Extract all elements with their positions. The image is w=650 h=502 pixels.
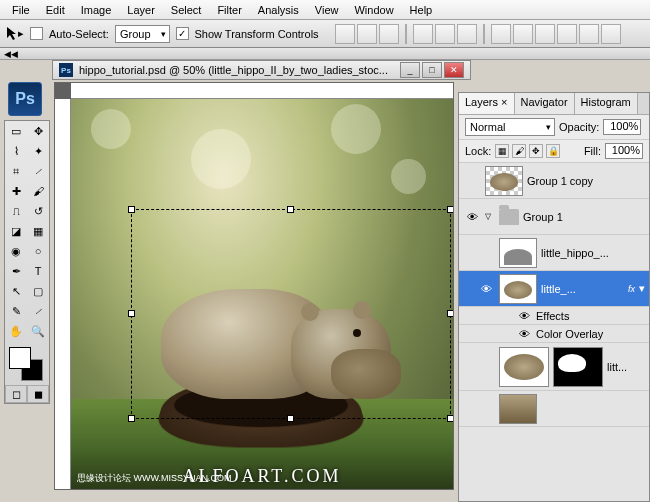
lock-transparency-icon[interactable]: ▦ — [495, 144, 509, 158]
visibility-toggle[interactable] — [477, 358, 495, 376]
transform-handle-n[interactable] — [287, 206, 294, 213]
lasso-tool-icon[interactable]: ⌇ — [5, 141, 27, 161]
tab-navigator[interactable]: Navigator — [515, 93, 575, 114]
layer-name[interactable]: little_... — [541, 283, 624, 295]
align-right-icon[interactable] — [457, 24, 477, 44]
menu-edit[interactable]: Edit — [38, 2, 73, 18]
shape-tool-icon[interactable]: ▢ — [27, 281, 49, 301]
history-brush-icon[interactable]: ↺ — [27, 201, 49, 221]
zoom-tool-icon[interactable]: 🔍 — [27, 321, 49, 341]
gradient-tool-icon[interactable]: ▦ — [27, 221, 49, 241]
pen-tool-icon[interactable]: ✒ — [5, 261, 27, 281]
chevron-down-icon[interactable]: ▾ — [639, 282, 645, 295]
auto-select-checkbox[interactable] — [30, 27, 43, 40]
transform-handle-s[interactable] — [287, 415, 294, 422]
distribute-top-icon[interactable] — [491, 24, 511, 44]
lock-pixels-icon[interactable]: 🖌 — [512, 144, 526, 158]
eraser-tool-icon[interactable]: ◪ — [5, 221, 27, 241]
standard-mode-icon[interactable]: ◻ — [5, 385, 27, 403]
move-tool-icon[interactable]: ▸ — [6, 25, 24, 43]
blur-tool-icon[interactable]: ◉ — [5, 241, 27, 261]
layer-mask-thumbnail[interactable] — [553, 347, 603, 387]
slice-tool-icon[interactable]: ⟋ — [27, 161, 49, 181]
color-swatches[interactable] — [5, 345, 49, 385]
foreground-color-swatch[interactable] — [9, 347, 31, 369]
opacity-input[interactable]: 100% — [603, 119, 641, 135]
window-minimize-button[interactable]: _ — [400, 62, 420, 78]
move-tool-icon[interactable]: ✥ — [27, 121, 49, 141]
type-tool-icon[interactable]: T — [27, 261, 49, 281]
layer-thumbnail[interactable] — [499, 394, 537, 424]
dodge-tool-icon[interactable]: ○ — [27, 241, 49, 261]
visibility-toggle[interactable] — [477, 244, 495, 262]
layer-thumbnail[interactable] — [499, 238, 537, 268]
eyedropper-tool-icon[interactable]: ⟋ — [27, 301, 49, 321]
distribute-hcenter-icon[interactable] — [579, 24, 599, 44]
visibility-toggle[interactable]: 👁 — [463, 208, 481, 226]
ruler-horizontal[interactable] — [71, 83, 453, 99]
blend-mode-dropdown[interactable]: Normal — [465, 118, 555, 136]
layer-thumbnail[interactable] — [485, 166, 523, 196]
menu-view[interactable]: View — [307, 2, 347, 18]
canvas[interactable]: ALFOART.COM 思缘设计论坛 WWW.MISSYUAN.COM — [71, 99, 453, 489]
visibility-toggle[interactable]: 👁 — [519, 328, 530, 340]
show-transform-checkbox[interactable]: ✓ — [176, 27, 189, 40]
heal-tool-icon[interactable]: ✚ — [5, 181, 27, 201]
layer-thumbnail[interactable] — [499, 274, 537, 304]
visibility-toggle[interactable]: 👁 — [477, 280, 495, 298]
menu-window[interactable]: Window — [346, 2, 401, 18]
transform-handle-w[interactable] — [128, 310, 135, 317]
quickmask-mode-icon[interactable]: ◼ — [27, 385, 49, 403]
distribute-left-icon[interactable] — [557, 24, 577, 44]
menu-help[interactable]: Help — [402, 2, 441, 18]
dock-handle[interactable]: ◀◀ — [0, 48, 650, 60]
layer-row[interactable]: 👁 ▽ Group 1 — [459, 199, 649, 235]
folder-toggle[interactable]: ▽ — [485, 212, 495, 221]
document-tab[interactable]: Ps hippo_tutorial.psd @ 50% (little_hipp… — [52, 60, 471, 80]
layer-row[interactable]: Group 1 copy — [459, 163, 649, 199]
marquee-tool-icon[interactable]: ▭ — [5, 121, 27, 141]
layer-thumbnail[interactable] — [499, 347, 549, 387]
menu-layer[interactable]: Layer — [119, 2, 163, 18]
menu-file[interactable]: File — [4, 2, 38, 18]
tab-layers[interactable]: Layers × — [459, 93, 515, 114]
layer-name[interactable]: Group 1 copy — [527, 175, 645, 187]
align-left-icon[interactable] — [413, 24, 433, 44]
effects-row[interactable]: 👁 Effects — [459, 307, 649, 325]
lock-all-icon[interactable]: 🔒 — [546, 144, 560, 158]
stamp-tool-icon[interactable]: ⎍ — [5, 201, 27, 221]
distribute-vcenter-icon[interactable] — [513, 24, 533, 44]
layer-name[interactable]: litt... — [607, 361, 645, 373]
notes-tool-icon[interactable]: ✎ — [5, 301, 27, 321]
crop-tool-icon[interactable]: ⌗ — [5, 161, 27, 181]
menu-analysis[interactable]: Analysis — [250, 2, 307, 18]
layer-row-selected[interactable]: 👁 little_... fx ▾ — [459, 271, 649, 307]
visibility-toggle[interactable] — [477, 400, 495, 418]
layer-name[interactable]: little_hippo_... — [541, 247, 645, 259]
fx-indicator[interactable]: fx — [628, 284, 635, 294]
transform-handle-nw[interactable] — [128, 206, 135, 213]
hand-tool-icon[interactable]: ✋ — [5, 321, 27, 341]
align-hcenter-icon[interactable] — [435, 24, 455, 44]
distribute-right-icon[interactable] — [601, 24, 621, 44]
transform-handle-sw[interactable] — [128, 415, 135, 422]
path-tool-icon[interactable]: ↖ — [5, 281, 27, 301]
ruler-vertical[interactable] — [55, 99, 71, 489]
fill-input[interactable]: 100% — [605, 143, 643, 159]
lock-position-icon[interactable]: ✥ — [529, 144, 543, 158]
window-maximize-button[interactable]: □ — [422, 62, 442, 78]
transform-handle-e[interactable] — [447, 310, 453, 317]
wand-tool-icon[interactable]: ✦ — [27, 141, 49, 161]
distribute-bottom-icon[interactable] — [535, 24, 555, 44]
transform-handle-ne[interactable] — [447, 206, 453, 213]
layer-row[interactable]: litt... — [459, 343, 649, 391]
layer-row[interactable] — [459, 391, 649, 427]
menu-image[interactable]: Image — [73, 2, 120, 18]
effect-color-overlay[interactable]: 👁 Color Overlay — [459, 325, 649, 343]
brush-tool-icon[interactable]: 🖌 — [27, 181, 49, 201]
transform-handle-se[interactable] — [447, 415, 453, 422]
window-close-button[interactable]: ✕ — [444, 62, 464, 78]
align-top-icon[interactable] — [335, 24, 355, 44]
visibility-toggle[interactable]: 👁 — [519, 310, 530, 322]
menu-select[interactable]: Select — [163, 2, 210, 18]
